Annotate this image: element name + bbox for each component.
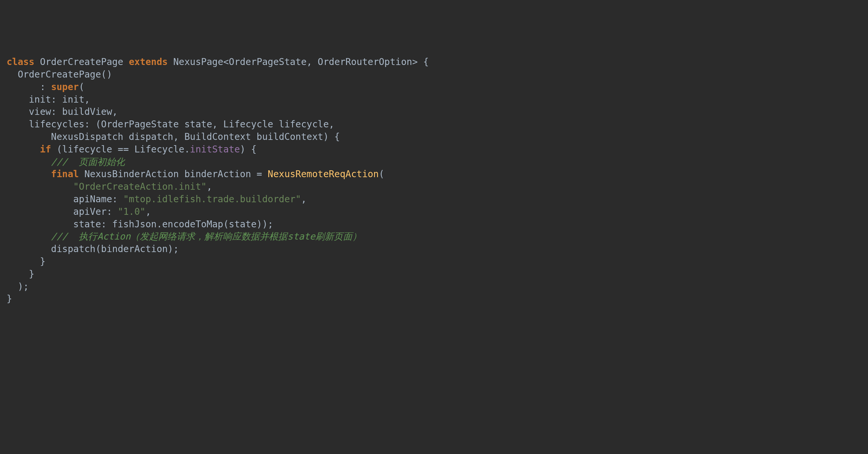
code-line: /// 执行Action（发起网络请求，解析响应数据并根据state刷新页面） bbox=[7, 231, 362, 242]
named-arg-state: state: fishJson.encodeToMap(state)); bbox=[73, 219, 273, 230]
string-literal: "mtop.idlefish.trade.buildorder" bbox=[123, 194, 301, 204]
named-arg-apiver: apiVer: bbox=[73, 206, 118, 217]
lambda-params: NexusDispatch dispatch, BuildContext bui… bbox=[51, 131, 340, 142]
code-line: apiVer: "1.0", bbox=[7, 206, 151, 217]
constructor-call: NexusRemoteReqAction bbox=[268, 169, 379, 179]
named-arg-apiname: apiName: bbox=[73, 194, 123, 204]
code-line: apiName: "mtop.idlefish.trade.buildorder… bbox=[7, 194, 307, 204]
constructor-name: OrderCreatePage() bbox=[18, 69, 112, 80]
paren-open: ( bbox=[379, 169, 384, 179]
doc-comment: /// 执行Action（发起网络请求，解析响应数据并根据state刷新页面） bbox=[51, 231, 362, 242]
if-condition-open: (lifecycle == Lifecycle. bbox=[51, 144, 190, 155]
code-line: OrderCreatePage() bbox=[7, 69, 112, 80]
comma: , bbox=[207, 181, 212, 192]
keyword-if: if bbox=[40, 144, 51, 155]
if-condition-close: ) { bbox=[240, 144, 257, 155]
var-decl: NexusBinderAction binderAction = bbox=[79, 169, 268, 179]
paren-open: ( bbox=[79, 82, 84, 92]
paren-close-semi: ); bbox=[18, 281, 29, 292]
string-literal: "1.0" bbox=[118, 206, 145, 217]
code-line: class OrderCreatePage extends NexusPage<… bbox=[7, 56, 429, 67]
code-line: state: fishJson.encodeToMap(state)); bbox=[7, 219, 273, 230]
code-line: : super( bbox=[7, 82, 84, 92]
code-line: } bbox=[7, 293, 12, 304]
brace-close: } bbox=[40, 256, 45, 267]
dispatch-call: dispatch(binderAction); bbox=[51, 244, 179, 254]
colon: : bbox=[40, 82, 45, 92]
comma: , bbox=[145, 206, 151, 217]
keyword-super: super bbox=[51, 82, 79, 92]
keyword-final: final bbox=[51, 169, 79, 179]
code-line: } bbox=[7, 256, 45, 267]
brace-close: } bbox=[7, 293, 12, 304]
code-line: init: init, bbox=[7, 94, 90, 105]
string-literal: "OrderCreateAction.init" bbox=[73, 181, 207, 192]
class-name: OrderCreatePage bbox=[40, 56, 123, 67]
named-arg-init: init: init, bbox=[29, 94, 90, 105]
base-type: NexusPage<OrderPageState, OrderRouterOpt… bbox=[173, 56, 429, 67]
enum-member: initState bbox=[190, 144, 240, 155]
doc-comment: /// 页面初始化 bbox=[51, 157, 125, 167]
brace-close: } bbox=[29, 268, 34, 280]
code-line: if (lifecycle == Lifecycle.initState) { bbox=[7, 144, 257, 155]
code-line: lifecycles: (OrderPageState state, Lifec… bbox=[7, 119, 335, 130]
code-line: final NexusBinderAction binderAction = N… bbox=[7, 169, 384, 179]
code-line: ); bbox=[7, 281, 29, 292]
code-line: "OrderCreateAction.init", bbox=[7, 181, 212, 192]
keyword-class: class bbox=[7, 56, 34, 67]
named-arg-view: view: buildView, bbox=[29, 106, 118, 117]
code-editor-viewport[interactable]: class OrderCreatePage extends NexusPage<… bbox=[7, 56, 868, 305]
code-line: NexusDispatch dispatch, BuildContext bui… bbox=[7, 131, 340, 142]
code-line: } bbox=[7, 268, 34, 280]
code-line: dispatch(binderAction); bbox=[7, 244, 179, 254]
named-arg-lifecycles: lifecycles: (OrderPageState state, Lifec… bbox=[29, 119, 334, 130]
code-line: /// 页面初始化 bbox=[7, 157, 125, 167]
comma: , bbox=[301, 194, 307, 204]
keyword-extends: extends bbox=[129, 56, 168, 67]
code-line: view: buildView, bbox=[7, 106, 118, 117]
